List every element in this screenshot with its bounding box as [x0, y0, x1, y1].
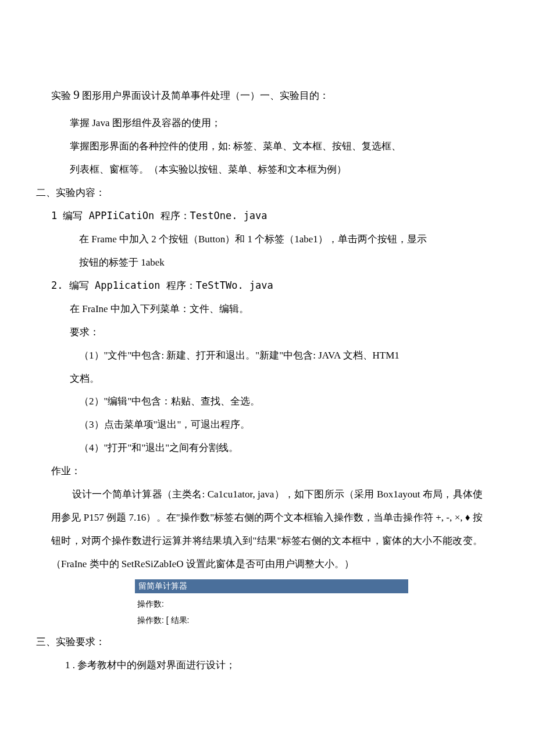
content-req-3: （3）点击菜单项"退出"，可退出程序。: [36, 413, 483, 436]
content-req-1: （1）"文件"中包含: 新建、打开和退出。"新建"中包含: JAVA 文档、HT…: [36, 344, 483, 367]
title-prefix: 实验: [51, 90, 73, 101]
homework-body: 设计一个简单计算器（主类名: Ca1cu1ator, java），如下图所示（采…: [36, 483, 483, 576]
calculator-row-2: 操作数: [ 结果:: [135, 610, 408, 626]
content-req-2: （2）"编辑"中包含：粘贴、查找、全选。: [36, 390, 483, 413]
content-item-2a: 在 FraIne 中加入下列菜单：文件、编辑。: [36, 298, 483, 321]
content-req-1b: 文档。: [36, 367, 483, 390]
content-req-4: （4）"打开"和"退出"之间有分割线。: [36, 436, 483, 460]
section-requirements-heading: 三、实验要求：: [36, 630, 483, 654]
requirement-1: 1 . 参考教材中的例题对界面进行设计；: [36, 654, 483, 677]
goal-line-1: 掌握 Java 图形组件及容器的使用；: [36, 112, 483, 135]
calculator-mock: 留简单计算器 操作数: 操作数: [ 结果:: [135, 579, 408, 626]
title-number: 9: [73, 88, 80, 102]
goal-line-3: 列表框、窗框等。（本实验以按钮、菜单、标签和文本框为例）: [36, 158, 483, 181]
content-item-1: 1 编写 APPIiCatiOn 程序：TestOne. java: [36, 205, 483, 228]
content-item-2b: 要求：: [36, 321, 483, 344]
homework-heading: 作业：: [36, 460, 483, 483]
content-item-1a: 在 Frame 中加入 2 个按钮（Button）和 1 个标签（1abe1），…: [36, 228, 483, 251]
goal-line-2: 掌握图形界面的各种控件的使用，如: 标签、菜单、文本框、按钮、复选框、: [36, 135, 483, 158]
experiment-title: 实验 9 图形用户界面设计及简单事件处理（一）一、实验目的：: [36, 81, 483, 108]
content-item-2: 2. 编写 App1ication 程序：TeStTWo. java: [36, 274, 483, 298]
title-rest: 图形用户界面设计及简单事件处理（一）一、实验目的：: [80, 90, 329, 101]
document-page: 实验 9 图形用户界面设计及简单事件处理（一）一、实验目的： 掌握 Java 图…: [0, 0, 535, 712]
section-content-heading: 二、实验内容：: [36, 181, 483, 205]
calculator-titlebar: 留简单计算器: [135, 579, 408, 593]
calculator-row-1: 操作数:: [135, 593, 408, 610]
content-item-1b: 按钮的标签于 1abek: [36, 251, 483, 274]
